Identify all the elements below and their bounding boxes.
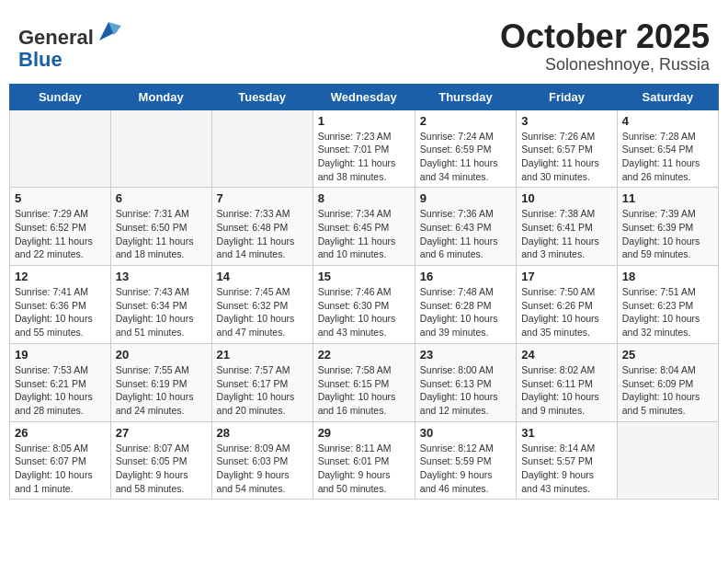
day-number: 4 xyxy=(622,114,713,128)
day-number: 26 xyxy=(15,426,106,440)
day-number: 7 xyxy=(217,191,308,205)
day-cell: 13Sunrise: 7:43 AM Sunset: 6:34 PM Dayli… xyxy=(110,266,211,344)
day-info: Sunrise: 8:07 AM Sunset: 6:05 PM Dayligh… xyxy=(116,442,207,496)
day-info: Sunrise: 8:02 AM Sunset: 6:11 PM Dayligh… xyxy=(521,363,612,418)
day-cell: 23Sunrise: 8:00 AM Sunset: 6:13 PM Dayli… xyxy=(415,343,516,421)
day-info: Sunrise: 8:04 AM Sunset: 6:09 PM Dayligh… xyxy=(622,363,713,418)
day-cell: 19Sunrise: 7:53 AM Sunset: 6:21 PM Dayli… xyxy=(10,343,111,421)
weekday-header-tuesday: Tuesday xyxy=(211,84,313,109)
day-cell: 6Sunrise: 7:31 AM Sunset: 6:50 PM Daylig… xyxy=(110,188,211,266)
day-number: 3 xyxy=(521,114,612,128)
day-cell: 27Sunrise: 8:07 AM Sunset: 6:05 PM Dayli… xyxy=(110,421,211,500)
day-cell: 28Sunrise: 8:09 AM Sunset: 6:03 PM Dayli… xyxy=(211,421,313,500)
logo-text: General xyxy=(18,18,121,49)
day-info: Sunrise: 7:45 AM Sunset: 6:32 PM Dayligh… xyxy=(217,285,308,339)
day-cell: 22Sunrise: 7:58 AM Sunset: 6:15 PM Dayli… xyxy=(313,343,415,421)
weekday-header-friday: Friday xyxy=(517,84,618,109)
week-row-1: 1Sunrise: 7:23 AM Sunset: 7:01 PM Daylig… xyxy=(10,109,719,188)
day-info: Sunrise: 8:14 AM Sunset: 5:57 PM Dayligh… xyxy=(521,442,612,496)
day-number: 25 xyxy=(622,348,713,362)
day-cell: 12Sunrise: 7:41 AM Sunset: 6:36 PM Dayli… xyxy=(10,266,111,344)
day-cell: 17Sunrise: 7:50 AM Sunset: 6:26 PM Dayli… xyxy=(517,266,618,344)
day-info: Sunrise: 7:38 AM Sunset: 6:41 PM Dayligh… xyxy=(521,207,612,261)
day-info: Sunrise: 7:34 AM Sunset: 6:45 PM Dayligh… xyxy=(318,207,410,261)
day-cell: 26Sunrise: 8:05 AM Sunset: 6:07 PM Dayli… xyxy=(10,421,111,500)
day-cell xyxy=(10,109,111,188)
day-number: 13 xyxy=(116,270,207,283)
week-row-2: 5Sunrise: 7:29 AM Sunset: 6:52 PM Daylig… xyxy=(10,188,719,266)
day-cell: 3Sunrise: 7:26 AM Sunset: 6:57 PM Daylig… xyxy=(517,109,618,188)
day-info: Sunrise: 7:55 AM Sunset: 6:19 PM Dayligh… xyxy=(116,363,207,418)
day-info: Sunrise: 8:09 AM Sunset: 6:03 PM Dayligh… xyxy=(217,442,308,496)
day-number: 5 xyxy=(15,191,106,205)
day-number: 1 xyxy=(318,114,410,128)
day-cell: 8Sunrise: 7:34 AM Sunset: 6:45 PM Daylig… xyxy=(313,188,415,266)
day-cell: 15Sunrise: 7:46 AM Sunset: 6:30 PM Dayli… xyxy=(313,266,415,344)
weekday-header-saturday: Saturday xyxy=(617,84,718,109)
day-info: Sunrise: 7:36 AM Sunset: 6:43 PM Dayligh… xyxy=(420,207,511,261)
day-cell: 31Sunrise: 8:14 AM Sunset: 5:57 PM Dayli… xyxy=(517,421,618,500)
day-cell: 10Sunrise: 7:38 AM Sunset: 6:41 PM Dayli… xyxy=(517,188,618,266)
calendar-title: October 2025 xyxy=(500,18,710,55)
day-cell: 20Sunrise: 7:55 AM Sunset: 6:19 PM Dayli… xyxy=(110,343,211,421)
day-cell: 21Sunrise: 7:57 AM Sunset: 6:17 PM Dayli… xyxy=(211,343,313,421)
day-cell xyxy=(110,109,211,188)
header: General Blue October 2025 Soloneshnoye, … xyxy=(9,9,719,80)
day-number: 17 xyxy=(521,270,612,283)
day-number: 20 xyxy=(116,348,207,362)
day-cell: 16Sunrise: 7:48 AM Sunset: 6:28 PM Dayli… xyxy=(415,266,516,344)
day-number: 27 xyxy=(116,426,207,440)
calendar-table: SundayMondayTuesdayWednesdayThursdayFrid… xyxy=(9,84,719,500)
day-info: Sunrise: 7:43 AM Sunset: 6:34 PM Dayligh… xyxy=(116,285,207,339)
day-cell: 14Sunrise: 7:45 AM Sunset: 6:32 PM Dayli… xyxy=(211,266,313,344)
day-cell: 29Sunrise: 8:11 AM Sunset: 6:01 PM Dayli… xyxy=(313,421,415,500)
day-info: Sunrise: 7:41 AM Sunset: 6:36 PM Dayligh… xyxy=(15,285,106,339)
logo-icon xyxy=(96,18,121,44)
calendar-subtitle: Soloneshnoye, Russia xyxy=(500,55,710,75)
day-info: Sunrise: 7:39 AM Sunset: 6:39 PM Dayligh… xyxy=(622,207,713,261)
day-cell: 30Sunrise: 8:12 AM Sunset: 5:59 PM Dayli… xyxy=(415,421,516,500)
day-info: Sunrise: 7:23 AM Sunset: 7:01 PM Dayligh… xyxy=(318,130,410,184)
day-cell: 11Sunrise: 7:39 AM Sunset: 6:39 PM Dayli… xyxy=(617,188,718,266)
day-cell: 18Sunrise: 7:51 AM Sunset: 6:23 PM Dayli… xyxy=(617,266,718,344)
day-info: Sunrise: 7:31 AM Sunset: 6:50 PM Dayligh… xyxy=(116,207,207,261)
day-info: Sunrise: 7:50 AM Sunset: 6:26 PM Dayligh… xyxy=(521,285,612,339)
day-number: 15 xyxy=(318,270,410,283)
day-info: Sunrise: 7:51 AM Sunset: 6:23 PM Dayligh… xyxy=(622,285,713,339)
logo-blue-text: Blue xyxy=(18,49,121,71)
day-cell: 4Sunrise: 7:28 AM Sunset: 6:54 PM Daylig… xyxy=(617,109,718,188)
day-number: 18 xyxy=(622,270,713,283)
week-row-3: 12Sunrise: 7:41 AM Sunset: 6:36 PM Dayli… xyxy=(10,266,719,344)
day-cell: 25Sunrise: 8:04 AM Sunset: 6:09 PM Dayli… xyxy=(617,343,718,421)
logo-general: General xyxy=(18,26,94,49)
day-info: Sunrise: 8:00 AM Sunset: 6:13 PM Dayligh… xyxy=(420,363,511,418)
day-number: 19 xyxy=(15,348,106,362)
weekday-header-wednesday: Wednesday xyxy=(313,84,415,109)
day-number: 23 xyxy=(420,348,511,362)
day-cell: 1Sunrise: 7:23 AM Sunset: 7:01 PM Daylig… xyxy=(313,109,415,188)
logo-blue: Blue xyxy=(18,48,63,71)
day-number: 6 xyxy=(116,191,207,205)
weekday-header-monday: Monday xyxy=(110,84,211,109)
week-row-4: 19Sunrise: 7:53 AM Sunset: 6:21 PM Dayli… xyxy=(10,343,719,421)
day-number: 31 xyxy=(521,426,612,440)
day-cell xyxy=(617,421,718,500)
day-info: Sunrise: 7:26 AM Sunset: 6:57 PM Dayligh… xyxy=(521,130,612,184)
day-info: Sunrise: 7:24 AM Sunset: 6:59 PM Dayligh… xyxy=(420,130,511,184)
day-cell: 9Sunrise: 7:36 AM Sunset: 6:43 PM Daylig… xyxy=(415,188,516,266)
day-number: 21 xyxy=(217,348,308,362)
day-info: Sunrise: 8:05 AM Sunset: 6:07 PM Dayligh… xyxy=(15,442,106,496)
day-number: 22 xyxy=(318,348,410,362)
weekday-header-sunday: Sunday xyxy=(10,84,111,109)
day-number: 9 xyxy=(420,191,511,205)
day-number: 16 xyxy=(420,270,511,283)
day-cell: 5Sunrise: 7:29 AM Sunset: 6:52 PM Daylig… xyxy=(10,188,111,266)
weekday-header-thursday: Thursday xyxy=(415,84,516,109)
day-number: 11 xyxy=(622,191,713,205)
week-row-5: 26Sunrise: 8:05 AM Sunset: 6:07 PM Dayli… xyxy=(10,421,719,500)
day-number: 2 xyxy=(420,114,511,128)
day-info: Sunrise: 7:28 AM Sunset: 6:54 PM Dayligh… xyxy=(622,130,713,184)
day-info: Sunrise: 7:58 AM Sunset: 6:15 PM Dayligh… xyxy=(318,363,410,418)
day-cell: 24Sunrise: 8:02 AM Sunset: 6:11 PM Dayli… xyxy=(517,343,618,421)
day-number: 12 xyxy=(15,270,106,283)
